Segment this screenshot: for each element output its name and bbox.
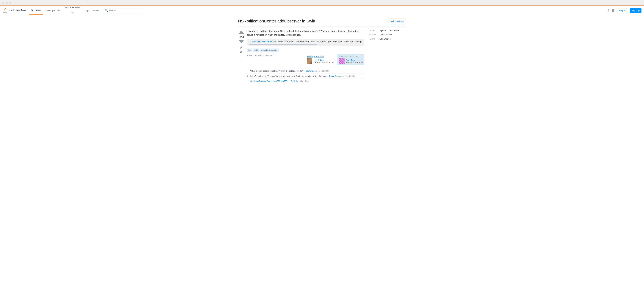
asked-label: asked <box>370 29 378 31</box>
inbox-button[interactable]: ☰ <box>612 9 614 12</box>
nav-docs[interactable]: Documentation BETA <box>63 6 82 15</box>
search-input[interactable] <box>109 9 142 12</box>
nav-jobs[interactable]: Developer Jobs <box>43 6 63 15</box>
question-header: NSNotificationCenter addObserver in Swif… <box>238 19 406 27</box>
sidebar-stat-active: active 13 days ago <box>370 38 414 40</box>
leo-avatar-img <box>307 58 312 64</box>
asker-info: Berry Blue 3,903 7 34 <box>339 58 363 64</box>
logo-link[interactable]: stackoverflow <box>2 8 26 13</box>
code-selector: selector:@selector(batteryLevelChange <box>316 41 362 43</box>
nav-links: Questions Developer Jobs Documentation B… <box>29 6 102 15</box>
nav-users[interactable]: Users <box>91 6 102 15</box>
viewed-value: 163,519 times <box>380 33 392 36</box>
comment-1-user-link[interactable]: nschum <box>306 70 313 72</box>
comments-section: What are you asking specifically? How th… <box>247 67 364 84</box>
stackoverflow-logo-icon <box>2 8 8 13</box>
comment-3: stackoverflow.com/questions/36910965/...… <box>247 79 364 84</box>
comment-3-dash: – <box>289 80 291 82</box>
beta-badge: BETA <box>71 12 74 14</box>
code-ns-class: [NSNotificationCenter <box>250 41 276 43</box>
comment-2-text: I didn't realize the "Selector" type is … <box>250 75 356 78</box>
navbar: stackoverflow Questions Developer Jobs D… <box>0 6 644 15</box>
editor-details: Leo Dabus 78.7k 15 159 <box>314 59 334 63</box>
nav-questions-label: Questions <box>31 9 41 11</box>
improve-link[interactable]: improve this question <box>254 54 273 56</box>
editor-action-link[interactable]: edited Apr 9 at 16:23 <box>307 55 324 58</box>
code-self: self <box>310 41 316 43</box>
share-link[interactable]: share <box>247 54 252 56</box>
editor-name[interactable]: Leo Dabus <box>314 59 334 61</box>
question-content: How do you add an observer in Swift to t… <box>247 29 364 84</box>
upvote-arrow-icon <box>239 30 244 34</box>
editor-time: edited Apr 9 at 16:23 <box>307 55 334 58</box>
asker-bronze-count: 53 <box>361 61 363 63</box>
post-actions: share improve this question edited Apr 9… <box>247 54 364 65</box>
comment-1-body: What are you asking specifically? How th… <box>250 70 305 72</box>
tag-swift[interactable]: swift <box>253 48 259 52</box>
ask-question-button[interactable]: Ask Question <box>388 19 406 24</box>
window-dot-green <box>9 1 11 4</box>
editor-bronze-count: 191 <box>331 61 334 63</box>
code-method: defaultCenter] addObserver: <box>276 41 310 43</box>
sidebar-stat-asked: asked 3 years, 1 month ago <box>370 29 414 31</box>
comment-3-link[interactable]: stackoverflow.com/questions/36910965/... <box>250 80 288 82</box>
comment-2-user-link[interactable]: Berry Blue <box>329 75 339 77</box>
asker-action-text: asked <box>339 55 344 58</box>
scrollbar-hint <box>249 44 317 45</box>
comment-1-text: What are you asking specifically? How th… <box>250 69 330 72</box>
comment-3-user-link[interactable]: Sahil <box>290 80 295 82</box>
comment-2-body: I didn't realize the "Selector" type is … <box>250 75 329 77</box>
active-value: 13 days ago <box>380 38 390 40</box>
comment-2: 1 I didn't realize the "Selector" type i… <box>247 74 364 79</box>
logo-bold: overflow <box>15 9 26 12</box>
editor-silver-count: 159 <box>325 61 328 63</box>
nav-users-label: Users <box>93 9 99 12</box>
berry-avatar-img <box>339 58 344 64</box>
comment-2-time: Jun 4 '14 at 23:32 <box>339 75 356 77</box>
asker-bronze-dot <box>359 62 360 63</box>
page-body: NSNotificationCenter addObserver in Swif… <box>236 15 408 90</box>
comment-3-time: Jan 30 at 6:23 <box>296 80 308 82</box>
upvote-button[interactable] <box>238 30 244 34</box>
login-button[interactable]: Log In <box>617 8 627 13</box>
tag-nsnotificationcenter[interactable]: nsnotificationcenter <box>260 48 279 52</box>
editor-info: Leo Dabus 78.7k 15 159 <box>307 58 334 64</box>
favorite-count: 96 <box>240 51 242 53</box>
nav-tags-label: Tags <box>84 9 89 12</box>
search-icon: 🔍 <box>105 9 108 12</box>
nav-questions[interactable]: Questions <box>29 6 43 15</box>
asked-value: 3 years, 1 month ago <box>380 29 399 31</box>
asker-silver-count: 34 <box>356 61 358 63</box>
nav-tags[interactable]: Tags <box>82 6 91 15</box>
nav-docs-label: Documentation <box>65 6 80 9</box>
question-title: NSNotificationCenter addObserver in Swif… <box>238 19 315 23</box>
signup-button[interactable]: Sign Up <box>630 8 642 13</box>
comment-1: What are you asking specifically? How th… <box>247 68 364 74</box>
favorite-button[interactable]: ★ <box>239 45 243 50</box>
downvote-button[interactable] <box>238 39 244 44</box>
editor-card: edited Apr 9 at 16:23 Leo Dabus <box>305 54 335 65</box>
tag-ios[interactable]: ios <box>247 48 252 52</box>
tags: ios swift nsnotificationcenter <box>247 48 364 52</box>
nav-jobs-label: Developer Jobs <box>46 9 61 12</box>
sidebar-stat-viewed: viewed 163,519 times <box>370 33 414 36</box>
asker-details: Berry Blue 3,903 7 34 <box>346 59 363 63</box>
asker-rep: 3,903 7 34 53 <box>346 61 363 63</box>
user-cards: edited Apr 9 at 16:23 Leo Dabus <box>305 54 364 65</box>
vote-count: 264 <box>238 35 244 39</box>
asker-time: asked Jun 4 '14 at 23:02 <box>339 55 363 58</box>
help-button[interactable]: ? <box>608 9 609 12</box>
comment-1-time: Jun 4 '14 at 23:03 <box>314 70 330 72</box>
asker-gold-dot <box>351 62 352 63</box>
asker-silver-dot <box>354 62 356 63</box>
editor-silver-dot <box>324 62 324 63</box>
asker-gold-count: 7 <box>353 61 354 63</box>
window-dot-red <box>2 1 4 4</box>
asker-time-value: Jun 4 '14 at 23:02 <box>344 55 359 58</box>
question-area: 264 ★ 96 How do you add an observer in S… <box>238 29 364 86</box>
nav-right: ? ☰ Log In Sign Up <box>608 8 642 13</box>
editor-bronze-dot <box>329 62 330 63</box>
editor-avatar <box>307 58 312 64</box>
editor-gold-count: 15 <box>321 61 323 63</box>
asker-name[interactable]: Berry Blue <box>346 59 363 61</box>
